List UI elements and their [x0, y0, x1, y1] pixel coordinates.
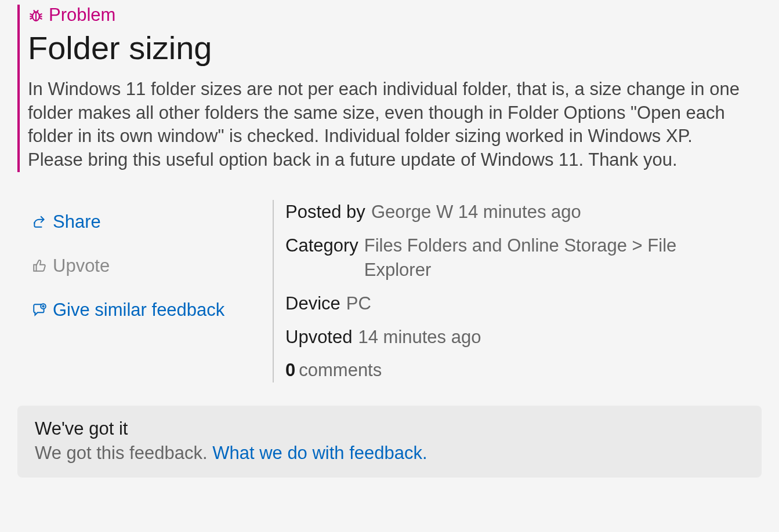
thumbs-up-icon [32, 258, 47, 274]
share-label: Share [53, 212, 101, 232]
problem-tag: Problem [28, 5, 762, 25]
upvote-label: Upvote [53, 256, 110, 276]
upvote-button[interactable]: Upvote [32, 256, 273, 276]
status-body-text: We got this feedback. [35, 443, 208, 463]
device-value: PC [346, 291, 371, 316]
problem-block: Problem Folder sizing In Windows 11 fold… [17, 5, 762, 172]
device-row: Device PC [285, 291, 747, 316]
divider [273, 200, 274, 382]
posted-by-row: Posted by George W 14 minutes ago [285, 200, 747, 224]
feedback-link[interactable]: What we do with feedback. [212, 443, 427, 463]
comments-row: 0 comments [285, 358, 747, 382]
details-panel: Posted by George W 14 minutes ago Catego… [285, 200, 747, 382]
upvoted-row: Upvoted 14 minutes ago [285, 325, 747, 349]
posted-by-value: George W 14 minutes ago [371, 200, 581, 224]
action-panel: Share Upvote Give similar feedback [32, 200, 273, 382]
posted-by-label: Posted by [285, 200, 365, 224]
comments-count: 0 [285, 358, 295, 382]
bug-icon [28, 7, 44, 23]
meta-row: Share Upvote Give similar feedback [17, 188, 762, 400]
upvoted-label: Upvoted [285, 325, 352, 349]
upvoted-value: 14 minutes ago [358, 325, 481, 349]
status-title: We've got it [35, 418, 744, 439]
share-icon [32, 214, 47, 229]
similar-feedback-label: Give similar feedback [53, 300, 224, 320]
feedback-title: Folder sizing [28, 30, 762, 66]
problem-tag-label: Problem [49, 5, 115, 25]
share-button[interactable]: Share [32, 212, 273, 232]
status-body: We got this feedback. What we do with fe… [35, 443, 744, 464]
category-value: Files Folders and Online Storage > File … [364, 234, 747, 282]
category-row: Category Files Folders and Online Storag… [285, 234, 747, 282]
status-card: We've got it We got this feedback. What … [17, 406, 762, 478]
comments-label: comments [299, 358, 382, 382]
feedback-detail-container: Problem Folder sizing In Windows 11 fold… [0, 0, 779, 495]
give-similar-feedback-button[interactable]: Give similar feedback [32, 300, 273, 320]
feedback-description: In Windows 11 folder sizes are not per e… [28, 78, 750, 173]
device-label: Device [285, 291, 340, 316]
category-label: Category [285, 234, 358, 282]
feedback-plus-icon [32, 303, 47, 318]
